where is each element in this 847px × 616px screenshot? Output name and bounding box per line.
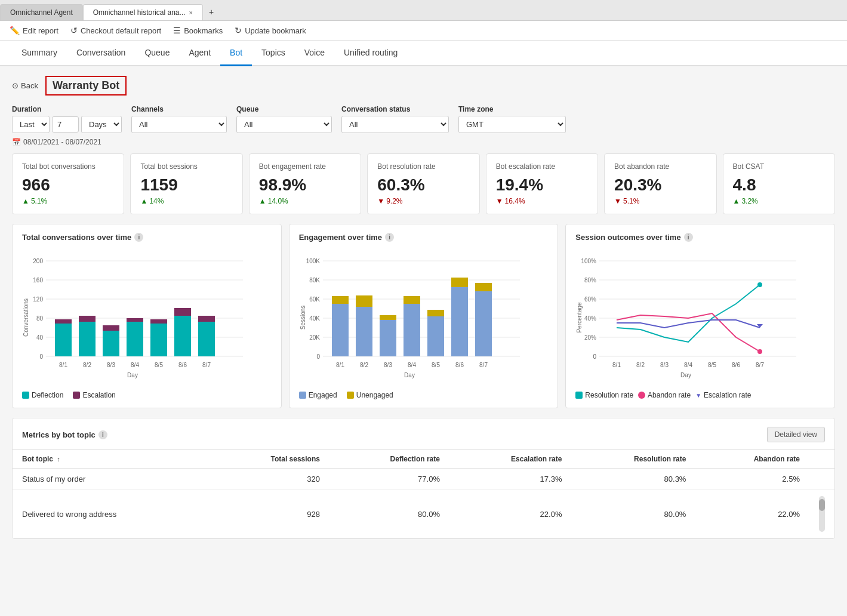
kpi-total-bot-conversations: Total bot conversations 966 ▲ 5.1% bbox=[12, 153, 124, 214]
cell-escalation-1: 22.0% bbox=[449, 490, 572, 538]
svg-text:160: 160 bbox=[33, 277, 43, 284]
duration-filter: Duration Last Days bbox=[12, 105, 122, 133]
svg-text:60%: 60% bbox=[584, 296, 596, 303]
svg-text:8/4: 8/4 bbox=[131, 362, 139, 368]
info-icon-table[interactable]: i bbox=[98, 430, 107, 439]
kpi-trend-4: ▼ 16.4% bbox=[496, 197, 588, 205]
svg-rect-17 bbox=[103, 325, 119, 331]
add-tab-button[interactable]: + bbox=[203, 4, 220, 20]
nav-unified-routing[interactable]: Unified routing bbox=[334, 41, 407, 66]
legend-resolution-rate: Resolution rate bbox=[575, 391, 633, 399]
nav-topics[interactable]: Topics bbox=[252, 41, 295, 66]
close-tab-icon[interactable]: × bbox=[189, 9, 193, 16]
cell-topic-1: Delivered to wrong address bbox=[13, 490, 210, 538]
tab-omnichannel-agent[interactable]: Omnichannel Agent bbox=[0, 4, 83, 20]
kpi-abandon-rate: Bot abandon rate 20.3% ▼ 5.1% bbox=[604, 153, 716, 214]
svg-text:8/6: 8/6 bbox=[455, 362, 464, 368]
svg-text:8/1: 8/1 bbox=[59, 362, 67, 368]
date-range: 📅 08/01/2021 - 08/07/2021 bbox=[12, 138, 835, 146]
legend-outcomes: Resolution rate Abandon rate ▼ Escalatio… bbox=[575, 391, 825, 399]
legend-label-resolution: Resolution rate bbox=[585, 391, 633, 399]
metrics-table: Bot topic ↑ Total sessions Deflection ra… bbox=[13, 449, 834, 538]
duration-value-input[interactable] bbox=[52, 116, 79, 133]
bookmarks-button[interactable]: ☰ Bookmarks bbox=[173, 26, 223, 35]
update-icon: ↻ bbox=[235, 26, 242, 35]
svg-text:8/7: 8/7 bbox=[202, 362, 211, 368]
queue-select[interactable]: All bbox=[236, 116, 332, 133]
svg-text:40%: 40% bbox=[584, 315, 596, 322]
col-resolution-rate: Resolution rate bbox=[571, 450, 695, 469]
svg-text:Day: Day bbox=[680, 372, 691, 378]
toolbar: ✏️ Edit report ↺ Checkout default report… bbox=[0, 21, 847, 41]
svg-rect-54 bbox=[404, 296, 420, 304]
kpi-value-6: 4.8 bbox=[733, 175, 825, 195]
page-title: Warranty Bot bbox=[45, 76, 127, 96]
svg-text:0: 0 bbox=[593, 353, 597, 360]
svg-rect-51 bbox=[380, 320, 396, 356]
svg-text:200: 200 bbox=[33, 258, 43, 264]
svg-rect-47 bbox=[332, 304, 349, 356]
kpi-trend-6: ▲ 3.2% bbox=[733, 197, 825, 205]
tab-label-active: Omnichannel historical ana... bbox=[93, 8, 186, 17]
scrollbar-cell-1 bbox=[809, 490, 834, 538]
duration-preset-select[interactable]: Last bbox=[12, 116, 50, 133]
nav-bot[interactable]: Bot bbox=[220, 41, 252, 66]
legend-dot-deflection bbox=[22, 392, 29, 399]
kpi-label-5: Bot abandon rate bbox=[614, 162, 706, 171]
table-row: Delivered to wrong address 928 80.0% 22.… bbox=[13, 490, 834, 538]
legend-label-deflection: Deflection bbox=[32, 391, 63, 399]
legend-escalation-rate: ▼ Escalation rate bbox=[695, 391, 751, 399]
chart-conversations-over-time: Total conversations over time i 200 160 … bbox=[12, 224, 282, 408]
kpi-label-0: Total bot conversations bbox=[22, 162, 114, 171]
tab-historical[interactable]: Omnichannel historical ana... × bbox=[83, 4, 203, 20]
detailed-view-button[interactable]: Detailed view bbox=[767, 427, 825, 442]
edit-report-button[interactable]: ✏️ Edit report bbox=[10, 26, 58, 35]
conv-status-select[interactable]: All bbox=[341, 116, 449, 133]
nav-summary[interactable]: Summary bbox=[12, 41, 67, 66]
svg-text:8/1: 8/1 bbox=[336, 362, 344, 368]
svg-text:Percentage: Percentage bbox=[576, 302, 583, 333]
timezone-select[interactable]: GMT bbox=[458, 116, 566, 133]
svg-rect-13 bbox=[55, 319, 72, 324]
svg-text:8/4: 8/4 bbox=[684, 362, 692, 368]
bookmarks-icon: ☰ bbox=[173, 26, 181, 35]
tab-label: Omnichannel Agent bbox=[10, 8, 73, 17]
legend-dot-abandon bbox=[638, 392, 645, 399]
nav-conversation[interactable]: Conversation bbox=[67, 41, 135, 66]
info-icon-conversations[interactable]: i bbox=[134, 233, 143, 242]
svg-rect-19 bbox=[127, 318, 143, 322]
trend-val-1: 14% bbox=[149, 197, 164, 205]
trend-val-5: 5.1% bbox=[623, 197, 639, 205]
kpi-trend-1: ▲ 14% bbox=[140, 197, 232, 205]
back-button[interactable]: ⊙ Back bbox=[12, 81, 38, 90]
legend-unengaged: Unengaged bbox=[347, 391, 393, 399]
kpi-trend-3: ▼ 9.2% bbox=[377, 197, 469, 205]
svg-text:8/2: 8/2 bbox=[636, 362, 645, 368]
duration-unit-select[interactable]: Days bbox=[81, 116, 122, 133]
trend-arrow-5: ▼ bbox=[614, 197, 621, 205]
nav-agent[interactable]: Agent bbox=[179, 41, 220, 66]
sort-icon-topic[interactable]: ↑ bbox=[57, 455, 60, 463]
svg-text:8/7: 8/7 bbox=[756, 362, 764, 368]
col-escalation-rate: Escalation rate bbox=[449, 450, 572, 469]
svg-rect-48 bbox=[332, 296, 349, 304]
svg-text:100%: 100% bbox=[581, 258, 597, 264]
info-icon-engagement[interactable]: i bbox=[385, 233, 394, 242]
kpi-label-2: Bot engagement rate bbox=[259, 162, 351, 171]
bar-chart-conversations: 200 160 120 80 40 0 bbox=[22, 249, 272, 386]
checkout-button[interactable]: ↺ Checkout default report bbox=[70, 26, 161, 35]
kpi-csat: Bot CSAT 4.8 ▲ 3.2% bbox=[723, 153, 835, 214]
legend-escalation: Escalation bbox=[73, 391, 115, 399]
channels-select[interactable]: All bbox=[131, 116, 227, 133]
svg-text:20K: 20K bbox=[309, 334, 320, 341]
svg-rect-49 bbox=[356, 307, 372, 356]
nav-queue[interactable]: Queue bbox=[135, 41, 179, 66]
legend-abandon-rate: Abandon rate bbox=[638, 391, 691, 399]
kpi-total-bot-sessions: Total bot sessions 1159 ▲ 14% bbox=[130, 153, 242, 214]
svg-rect-18 bbox=[127, 322, 143, 356]
legend-dot-unengaged bbox=[347, 392, 354, 399]
svg-text:100K: 100K bbox=[306, 258, 320, 264]
info-icon-outcomes[interactable]: i bbox=[684, 233, 693, 242]
nav-voice[interactable]: Voice bbox=[295, 41, 334, 66]
update-bookmark-button[interactable]: ↻ Update bookmark bbox=[235, 26, 306, 35]
